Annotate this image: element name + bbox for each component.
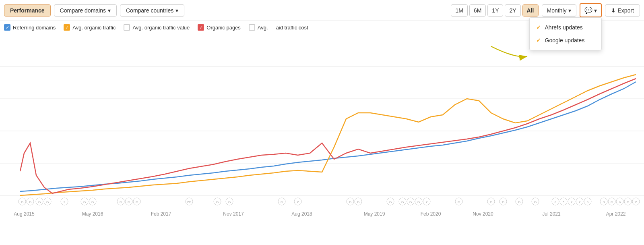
update-marker-9: G <box>125 198 132 205</box>
referring-domains-checkbox[interactable]: ✓ <box>4 24 10 31</box>
organic-pages-label: Organic pages <box>206 25 241 31</box>
svg-text:G: G <box>458 200 460 204</box>
compare-countries-label: Compare countries <box>126 7 173 14</box>
svg-text:2: 2 <box>579 200 581 204</box>
svg-text:2G: 2G <box>187 200 192 204</box>
svg-text:2: 2 <box>64 200 66 204</box>
update-marker-25: G <box>500 198 507 205</box>
update-marker-24: G <box>487 198 495 205</box>
update-marker-13: G <box>226 198 233 205</box>
organic-pages-checkbox[interactable]: ✓ <box>198 24 204 31</box>
update-marker-29: 5 <box>560 198 567 205</box>
ahrefs-updates-checkmark: ✓ <box>536 24 541 31</box>
referring-domains-label: Referring domains <box>13 25 56 31</box>
referring-domains-line <box>20 82 636 191</box>
svg-text:2: 2 <box>426 200 428 204</box>
svg-text:G: G <box>349 200 351 204</box>
update-marker-6: G <box>81 198 88 205</box>
svg-text:a: a <box>619 200 621 204</box>
svg-text:G: G <box>518 200 520 204</box>
range-all-button[interactable]: All <box>522 4 539 17</box>
update-marker-33: 3 <box>600 198 607 205</box>
update-marker-36: G <box>624 198 632 205</box>
avg-checkbox[interactable] <box>249 24 255 31</box>
google-updates-item[interactable]: ✓ Google updates <box>530 34 601 47</box>
monthly-button[interactable]: Monthly ▾ <box>542 4 576 17</box>
ahrefs-updates-label: Ahrefs updates <box>545 24 583 31</box>
x-label-apr2022: Apr 2022 <box>606 211 626 217</box>
update-marker-21: G <box>415 198 422 205</box>
x-label-aug2018: Aug 2018 <box>291 211 312 217</box>
export-button[interactable]: ⬇ Export <box>605 4 640 17</box>
annotation-dropdown-container: 💬 ▾ ✓ Ahrefs updates ✓ Google updates <box>580 3 602 17</box>
x-label-may2016: May 2016 <box>82 211 103 217</box>
svg-text:G: G <box>128 200 130 204</box>
svg-text:G: G <box>409 200 412 204</box>
update-marker-10: G <box>133 198 140 205</box>
update-marker-34: G <box>608 198 615 205</box>
legend-avg-organic-traffic-value[interactable]: Avg. organic traffic value <box>124 24 190 31</box>
legend-avg[interactable]: Avg. <box>249 24 268 31</box>
svg-text:G: G <box>29 200 31 204</box>
range-2y-button[interactable]: 2Y <box>505 4 520 17</box>
update-marker-20: G <box>407 198 414 205</box>
range-1y-button[interactable]: 1Y <box>487 4 503 17</box>
svg-text:G: G <box>627 200 629 204</box>
svg-text:G: G <box>120 200 122 204</box>
avg-organic-traffic-checkbox[interactable]: ✓ <box>64 24 70 31</box>
svg-text:3: 3 <box>603 200 605 204</box>
svg-text:G: G <box>46 200 49 204</box>
svg-text:G: G <box>281 200 283 204</box>
svg-text:a: a <box>587 200 589 204</box>
range-6m-button[interactable]: 6M <box>469 4 486 17</box>
update-marker-14: G <box>278 198 285 205</box>
update-marker-27: G <box>532 198 539 205</box>
compare-domains-button[interactable]: Compare domains ▾ <box>54 4 117 17</box>
paid-traffic-cost-label: aid traffic cost <box>276 25 308 31</box>
svg-text:G: G <box>534 200 537 204</box>
monthly-label: Monthly <box>547 7 567 14</box>
update-marker-18: G <box>387 198 394 205</box>
svg-text:G: G <box>38 200 41 204</box>
annotation-button[interactable]: 💬 ▾ <box>580 3 602 17</box>
update-marker-16: G <box>347 198 354 205</box>
svg-text:G: G <box>611 200 613 204</box>
svg-text:G: G <box>490 200 492 204</box>
avg-organic-traffic-value-checkbox[interactable] <box>124 24 130 31</box>
compare-countries-chevron-icon: ▾ <box>175 7 178 14</box>
legend-referring-domains[interactable]: ✓ Referring domains <box>4 24 56 31</box>
update-marker-37: 2 <box>632 198 640 205</box>
x-label-nov2017: Nov 2017 <box>223 211 244 217</box>
avg-label: Avg. <box>258 25 268 31</box>
svg-text:G: G <box>83 200 86 204</box>
svg-text:2: 2 <box>571 200 573 204</box>
x-label-feb2017: Feb 2017 <box>151 211 171 217</box>
update-marker-22: 2 <box>423 198 430 205</box>
compare-domains-label: Compare domains <box>60 7 106 14</box>
update-marker-8: G <box>117 198 124 205</box>
update-marker-17: G <box>355 198 362 205</box>
google-updates-checkmark: ✓ <box>536 37 541 44</box>
google-updates-label: Google updates <box>545 37 585 44</box>
avg-organic-traffic-value-label: Avg. organic traffic value <box>132 25 190 31</box>
svg-text:G: G <box>216 200 219 204</box>
svg-text:G: G <box>401 200 404 204</box>
range-1m-button[interactable]: 1M <box>451 4 467 17</box>
legend-paid-traffic-cost[interactable]: aid traffic cost <box>276 25 308 31</box>
x-label-nov2020: Nov 2020 <box>473 211 493 217</box>
update-marker-5: 2 <box>61 198 68 205</box>
compare-domains-chevron-icon: ▾ <box>108 7 111 14</box>
legend-avg-organic-traffic[interactable]: ✓ Avg. organic traffic <box>64 24 116 31</box>
legend-organic-pages[interactable]: ✓ Organic pages <box>198 24 241 31</box>
compare-countries-button[interactable]: Compare countries ▾ <box>120 4 184 17</box>
export-icon: ⬇ <box>611 7 616 14</box>
ahrefs-updates-item[interactable]: ✓ Ahrefs updates <box>530 21 601 34</box>
update-marker-12: G <box>214 198 221 205</box>
svg-text:G: G <box>21 200 23 204</box>
svg-text:G: G <box>136 200 138 204</box>
monthly-chevron-icon: ▾ <box>568 7 571 14</box>
svg-text:2: 2 <box>297 200 299 204</box>
performance-button[interactable]: Performance <box>4 4 51 17</box>
update-marker-26: G <box>516 198 523 205</box>
svg-text:5: 5 <box>563 200 565 204</box>
